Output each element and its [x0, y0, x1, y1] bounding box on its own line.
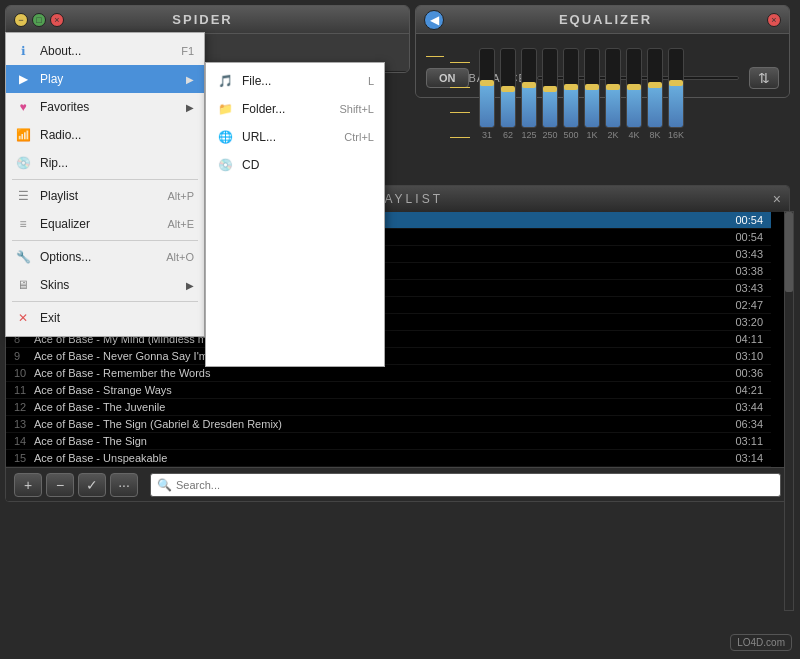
equalizer-icon: ≡ — [14, 215, 32, 233]
track-duration-10: 04:21 — [718, 384, 763, 396]
playlist-track-9[interactable]: 10 Ace of Base - Remember the Words 00:3… — [6, 365, 771, 382]
track-duration-4: 03:43 — [718, 282, 763, 294]
menu-item-play[interactable]: ▶ Play ▶ — [6, 65, 204, 93]
menu-item-options[interactable]: 🔧 Options... Alt+O — [6, 243, 204, 271]
eq-track-125[interactable] — [521, 48, 537, 128]
eq-freq-2K: 2K — [607, 130, 618, 140]
playlist-check-button[interactable]: ✓ — [78, 473, 106, 497]
playlist-icon: ☰ — [14, 187, 32, 205]
playlist-track-11[interactable]: 12 Ace of Base - The Juvenile 03:44 — [6, 399, 771, 416]
file-icon: 🎵 — [216, 72, 234, 90]
menu-item-radio[interactable]: 📶 Radio... — [6, 121, 204, 149]
eq-freq-16K: 16K — [668, 130, 684, 140]
eq-track-16K[interactable] — [668, 48, 684, 128]
eq-freq-500: 500 — [563, 130, 578, 140]
playlist-add-button[interactable]: + — [14, 473, 42, 497]
eq-fill-16K — [669, 83, 683, 127]
eq-fill-500 — [564, 87, 578, 127]
about-label: About... — [40, 44, 173, 58]
submenu-item-url[interactable]: 🌐 URL... Ctrl+L — [206, 123, 384, 151]
rip-icon: 💿 — [14, 154, 32, 172]
eq-settings-button[interactable]: ⇅ — [749, 67, 779, 89]
url-label: URL... — [242, 130, 336, 144]
menu-separator-1 — [12, 179, 198, 180]
submenu-item-cd[interactable]: 💿 CD — [206, 151, 384, 179]
eq-handle-1K — [585, 84, 599, 90]
menu-item-playlist[interactable]: ☰ Playlist Alt+P — [6, 182, 204, 210]
menu-separator-3 — [12, 301, 198, 302]
eq-fill-250 — [543, 89, 557, 127]
eq-track-500[interactable] — [563, 48, 579, 128]
playlist-scrollbar-thumb — [785, 212, 793, 292]
eq-band-31: 31 — [479, 48, 495, 140]
track-duration-0: 00:54 — [718, 214, 763, 226]
track-duration-14: 03:14 — [718, 452, 763, 464]
track-num-10: 11 — [14, 384, 34, 396]
playlist-track-13[interactable]: 14 Ace of Base - The Sign 03:11 — [6, 433, 771, 450]
track-duration-6: 03:20 — [718, 316, 763, 328]
maximize-button[interactable]: □ — [32, 13, 46, 27]
playlist-label: Playlist — [40, 189, 159, 203]
menu-item-favorites[interactable]: ♥ Favorites ▶ — [6, 93, 204, 121]
about-shortcut: F1 — [181, 45, 194, 57]
about-icon: ℹ — [14, 42, 32, 60]
eq-band-2K: 2K — [605, 48, 621, 140]
watermark: LO4D.com — [730, 634, 792, 651]
eq-fill-8K — [648, 85, 662, 127]
search-box: 🔍 — [150, 473, 781, 497]
eq-band-62: 62 — [500, 48, 516, 140]
eq-fill-125 — [522, 85, 536, 127]
eq-band-4K: 4K — [626, 48, 642, 140]
playlist-remove-button[interactable]: − — [46, 473, 74, 497]
track-duration-5: 02:47 — [718, 299, 763, 311]
menu-item-rip[interactable]: 💿 Rip... — [6, 149, 204, 177]
menu-item-equalizer[interactable]: ≡ Equalizer Alt+E — [6, 210, 204, 238]
eq-track-4K[interactable] — [626, 48, 642, 128]
menu-item-about[interactable]: ℹ About... F1 — [6, 37, 204, 65]
playlist-track-14[interactable]: 15 Ace of Base - Unspeakable 03:14 — [6, 450, 771, 467]
track-num-9: 10 — [14, 367, 34, 379]
menu-overlay: ℹ About... F1 ▶ Play ▶ ♥ Favorites ▶ 📶 R… — [5, 32, 385, 337]
url-icon: 🌐 — [216, 128, 234, 146]
playlist-more-button[interactable]: ··· — [110, 473, 138, 497]
eq-fill-1K — [585, 87, 599, 127]
playlist-track-8[interactable]: 9 Ace of Base - Never Gonna Say I'm Sorr… — [6, 348, 771, 365]
eq-close-button[interactable]: × — [767, 13, 781, 27]
options-label: Options... — [40, 250, 158, 264]
menu-item-exit[interactable]: ✕ Exit — [6, 304, 204, 332]
playlist-shortcut: Alt+P — [167, 190, 194, 202]
playlist-track-12[interactable]: 13 Ace of Base - The Sign (Gabriel & Dre… — [6, 416, 771, 433]
search-input[interactable] — [176, 479, 774, 491]
eq-track-1K[interactable] — [584, 48, 600, 128]
track-duration-12: 06:34 — [718, 418, 763, 430]
submenu-item-folder[interactable]: 📁 Folder... Shift+L — [206, 95, 384, 123]
play-icon: ▶ — [14, 70, 32, 88]
eq-track-2K[interactable] — [605, 48, 621, 128]
eq-track-62[interactable] — [500, 48, 516, 128]
rip-label: Rip... — [40, 156, 194, 170]
playlist-close-button[interactable]: × — [773, 191, 781, 207]
track-duration-11: 03:44 — [718, 401, 763, 413]
minimize-button[interactable]: − — [14, 13, 28, 27]
track-name-14: Ace of Base - Unspeakable — [34, 452, 718, 464]
playlist-scrollbar[interactable] — [784, 211, 794, 611]
eq-handle-31 — [480, 80, 494, 86]
track-name-13: Ace of Base - The Sign — [34, 435, 718, 447]
track-duration-7: 04:11 — [718, 333, 763, 345]
eq-handle-4K — [627, 84, 641, 90]
play-label: Play — [40, 72, 178, 86]
eq-track-250[interactable] — [542, 48, 558, 128]
eq-band-8K: 8K — [647, 48, 663, 140]
eq-track-31[interactable] — [479, 48, 495, 128]
eq-handle-125 — [522, 82, 536, 88]
eq-handle-250 — [543, 86, 557, 92]
submenu-item-file[interactable]: 🎵 File... L — [206, 67, 384, 95]
file-shortcut: L — [368, 75, 374, 87]
playlist-track-10[interactable]: 11 Ace of Base - Strange Ways 04:21 — [6, 382, 771, 399]
menu-item-skins[interactable]: 🖥 Skins ▶ — [6, 271, 204, 299]
favorites-icon: ♥ — [14, 98, 32, 116]
close-button[interactable]: × — [50, 13, 64, 27]
eq-track-8K[interactable] — [647, 48, 663, 128]
track-num-13: 14 — [14, 435, 34, 447]
eq-volume-icon[interactable]: ◀ — [424, 10, 444, 30]
